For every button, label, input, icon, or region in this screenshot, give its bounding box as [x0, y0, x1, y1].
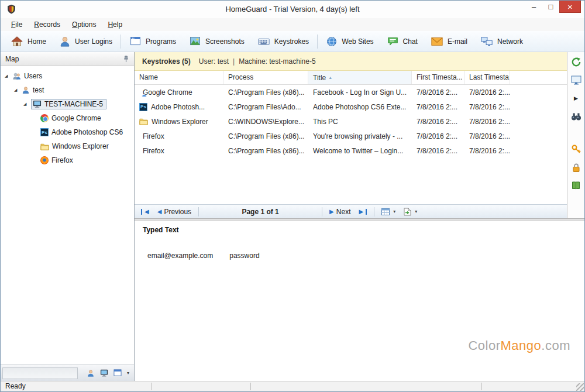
toolbar-label: Chat	[403, 37, 418, 46]
expander-icon[interactable]: ◢	[23, 102, 31, 106]
toolbar-label: Home	[27, 37, 46, 46]
toolbar-chat[interactable]: Chat	[380, 32, 424, 50]
monitor-view-button[interactable]	[570, 74, 583, 86]
page-indicator: Page 1 of 1	[202, 208, 319, 216]
tree-item-label: TEST-MACHINE-5	[44, 100, 103, 108]
maximize-button[interactable]: □	[542, 1, 559, 13]
minimize-button[interactable]: –	[525, 1, 542, 13]
titlebar[interactable]: HomeGuard - Trial Version, 4 day(s) left…	[1, 1, 584, 18]
pin-icon[interactable]	[123, 56, 129, 63]
computer-icon	[33, 100, 42, 108]
expander-icon[interactable]: ◢	[14, 88, 22, 92]
tree-item-users[interactable]: ◢ Users	[1, 69, 134, 83]
table-view-button[interactable]: ▾	[377, 207, 400, 216]
tree-item-windows-explorer[interactable]: Windows Explorer	[1, 139, 134, 153]
expand-strip-button[interactable]: ▶	[570, 92, 583, 104]
statusbar-separator	[250, 383, 251, 390]
pagination-bar: ◀ ◀Previous Page 1 of 1 ▶Next ▶ ▾	[135, 204, 567, 218]
search-button[interactable]	[570, 111, 583, 122]
toolbar-keystrokes[interactable]: Keystrokes	[251, 32, 315, 51]
lock-button[interactable]	[570, 161, 583, 173]
menu-bar: File Records Options Help	[1, 18, 584, 31]
network-icon	[480, 35, 493, 48]
tree-item-label: Users	[24, 72, 42, 80]
toolbar-separator	[121, 35, 121, 49]
tree-item-test-machine-5[interactable]: ◢ TEST-MACHINE-5	[1, 97, 134, 111]
last-page-icon: ▶	[359, 209, 363, 215]
refresh-button[interactable]	[570, 56, 583, 68]
toolbar-home[interactable]: Home	[4, 32, 53, 51]
menu-help[interactable]: Help	[102, 19, 128, 30]
previous-icon: ◀	[157, 209, 162, 215]
watermark: ColorMango.com	[468, 338, 570, 353]
table-row[interactable]: Google Chrome C:\Program Files (x86)... …	[135, 85, 567, 99]
keyboard-icon	[257, 35, 270, 48]
sort-ascending-icon: ▲	[328, 75, 332, 80]
dropdown-icon: ▾	[415, 209, 417, 214]
pagination-separator	[198, 207, 199, 216]
folder-icon	[139, 118, 148, 125]
previous-page-button[interactable]: ◀Previous	[153, 207, 195, 217]
first-page-button[interactable]: ◀	[137, 208, 153, 216]
table-row[interactable]: Windows Explorer C:\WINDOWS\Explore... T…	[135, 114, 567, 129]
close-button[interactable]: ×	[559, 1, 581, 13]
resize-grip[interactable]	[576, 383, 584, 391]
context-infobar: Keystrokes (5) User: test | Machine: tes…	[135, 52, 567, 71]
infobar-separator: |	[233, 57, 235, 66]
tree-item-test[interactable]: ◢ test	[1, 83, 134, 97]
window-view-button[interactable]	[113, 369, 122, 377]
computer-view-button[interactable]	[100, 369, 108, 377]
column-header-first-timestamp[interactable]: First Timesta...	[412, 71, 464, 84]
column-header-last-timestamp[interactable]: Last Timesta...	[464, 71, 510, 84]
tree-item-label: test	[33, 86, 44, 94]
next-page-button[interactable]: ▶Next	[325, 207, 355, 217]
content-area: Map ◢ Users ◢ test ◢	[1, 52, 584, 381]
table-row[interactable]: PsAdobe Photosh... C:\Program Files\Ado.…	[135, 99, 567, 114]
tree-item-firefox[interactable]: Firefox	[1, 153, 134, 167]
machine-tree: ◢ Users ◢ test ◢ TEST-MACHINE-5	[1, 66, 134, 365]
records-area: Keystrokes (5) User: test | Machine: tes…	[135, 52, 584, 381]
photoshop-icon: Ps	[139, 103, 147, 111]
main-toolbar: Home User Logins Programs Screenshots Ke…	[1, 31, 584, 52]
column-header-title[interactable]: Title▲	[308, 71, 412, 84]
toolbar-label: Network	[497, 37, 523, 46]
menu-options[interactable]: Options	[66, 19, 102, 30]
table-row[interactable]: Firefox C:\Program Files (x86)... Welcom…	[135, 143, 567, 158]
email-icon	[431, 35, 443, 48]
column-header-process[interactable]: Process	[223, 71, 308, 84]
user-view-button[interactable]	[87, 369, 95, 377]
toolbar-web-sites[interactable]: Web Sites	[319, 33, 380, 50]
typed-text-item: password	[229, 252, 259, 260]
infobar-title: Keystrokes (5)	[142, 57, 191, 66]
column-header-name[interactable]: Name	[135, 71, 223, 84]
toolbar-programs[interactable]: Programs	[123, 32, 183, 50]
table-grid-icon	[381, 208, 390, 215]
statusbar-separator	[481, 383, 482, 390]
table-row[interactable]: Firefox C:\Program Files (x86)... You're…	[135, 129, 567, 143]
globe-icon	[326, 36, 338, 47]
key-button[interactable]	[570, 143, 583, 155]
toolbar-screenshots[interactable]: Screenshots	[183, 32, 251, 50]
toolbar-separator	[317, 35, 318, 49]
view-dropdown-button[interactable]: ▾	[127, 370, 129, 376]
next-icon: ▶	[329, 209, 334, 215]
tree-item-adobe-photoshop[interactable]: Ps Adobe Photoshop CS6	[1, 125, 134, 139]
toolbar-network[interactable]: Network	[474, 32, 529, 51]
selected-tree-item[interactable]: TEST-MACHINE-5	[31, 99, 106, 109]
menu-records[interactable]: Records	[28, 19, 66, 30]
user-icon	[59, 36, 71, 47]
export-button[interactable]: ▾	[400, 207, 421, 217]
toolbar-label: E-mail	[448, 37, 467, 46]
pagination-separator	[322, 207, 322, 216]
report-book-button[interactable]	[570, 180, 583, 191]
photoshop-icon: Ps	[40, 128, 49, 136]
last-page-button[interactable]: ▶	[355, 208, 371, 216]
expander-icon[interactable]: ◢	[5, 74, 12, 78]
toolbar-label: User Logins	[75, 37, 112, 46]
window-title: HomeGuard - Trial Version, 4 day(s) left	[1, 5, 584, 13]
typed-text-content: email@example.com password	[143, 252, 576, 260]
menu-file[interactable]: File	[5, 19, 28, 30]
toolbar-user-logins[interactable]: User Logins	[53, 33, 119, 50]
toolbar-email[interactable]: E-mail	[424, 32, 474, 51]
tree-item-google-chrome[interactable]: Google Chrome	[1, 111, 134, 125]
